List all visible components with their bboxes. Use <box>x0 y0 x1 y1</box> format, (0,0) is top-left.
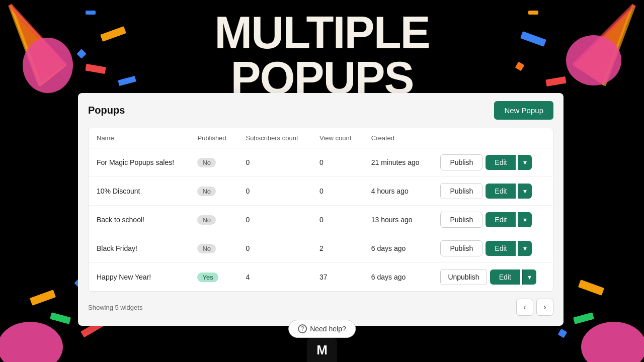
action-cell: Publish Edit▾ <box>440 154 545 170</box>
blob-bottom-right <box>564 272 644 362</box>
row-actions: Publish Edit▾ <box>432 206 553 234</box>
edit-dropdown-button[interactable]: ▾ <box>518 241 532 256</box>
row-actions: Publish Edit▾ <box>432 148 553 177</box>
edit-button[interactable]: Edit <box>486 184 516 199</box>
action-cell: Publish Edit▾ <box>440 183 545 199</box>
confetti-blue-2 <box>118 76 136 86</box>
next-page-button[interactable]: › <box>536 299 553 316</box>
row-views: 0 <box>311 148 363 177</box>
row-subscribers: 0 <box>237 177 311 206</box>
table-body: For Magic Popups sales! No 0 0 21 minute… <box>89 148 553 292</box>
publish-button[interactable]: Publish <box>440 154 482 170</box>
showing-text: Showing 5 widgets <box>88 304 142 311</box>
published-badge: No <box>197 158 216 167</box>
col-views: View count <box>311 128 363 148</box>
edit-button[interactable]: Edit <box>486 241 516 256</box>
confetti-blue-r1 <box>520 31 546 47</box>
table-row: For Magic Popups sales! No 0 0 21 minute… <box>89 148 553 177</box>
row-published: Yes <box>189 263 237 292</box>
row-actions: Publish Edit▾ <box>432 234 553 263</box>
new-popup-button[interactable]: New Popup <box>494 101 553 120</box>
published-badge: No <box>197 215 216 225</box>
confetti-orange-r1 <box>515 61 524 71</box>
panel-footer: Showing 5 widgets ‹ › <box>78 292 564 316</box>
edit-group: Edit▾ <box>486 212 532 227</box>
row-subscribers: 4 <box>237 263 311 292</box>
popups-panel: Popups New Popup Name Published Subscrib… <box>78 93 564 326</box>
row-created: 6 days ago <box>363 234 433 263</box>
table-row: Black Friday! No 0 2 6 days ago Publish … <box>89 234 553 263</box>
publish-button[interactable]: Publish <box>440 183 482 199</box>
edit-dropdown-button[interactable]: ▾ <box>518 155 532 170</box>
edit-group: Edit▾ <box>486 155 532 170</box>
action-cell: Publish Edit▾ <box>440 240 545 256</box>
panel-title: Popups <box>88 105 125 116</box>
row-published: No <box>189 234 237 263</box>
svg-rect-5 <box>528 11 538 15</box>
svg-rect-1 <box>100 26 126 42</box>
blob-bottom-left <box>0 272 80 362</box>
publish-button[interactable]: Publish <box>440 240 482 256</box>
published-badge: Yes <box>197 273 218 282</box>
edit-dropdown-button[interactable]: ▾ <box>518 184 532 199</box>
published-badge: No <box>197 244 216 253</box>
row-name: Back to school! <box>89 206 189 234</box>
m-logo: M <box>307 338 337 362</box>
col-name: Name <box>89 128 189 148</box>
prev-page-button[interactable]: ‹ <box>516 299 533 316</box>
row-created: 13 hours ago <box>363 206 433 234</box>
popups-table-wrap: Name Published Subscribers count View co… <box>88 128 553 292</box>
table-row: Back to school! No 0 0 13 hours ago Publ… <box>89 206 553 234</box>
publish-button[interactable]: Publish <box>440 212 482 228</box>
svg-rect-6 <box>520 31 546 47</box>
col-created: Created <box>363 128 433 148</box>
edit-group: Edit▾ <box>486 184 532 199</box>
row-created: 4 hours ago <box>363 177 433 206</box>
table-row: Happy New Year! Yes 4 37 6 days ago Unpu… <box>89 263 553 292</box>
pagination: ‹ › <box>516 299 553 316</box>
svg-point-26 <box>581 322 644 362</box>
edit-button[interactable]: Edit <box>486 155 516 170</box>
row-subscribers: 0 <box>237 234 311 263</box>
confetti-yellow-1 <box>100 26 126 42</box>
party-hat-right <box>543 0 644 101</box>
edit-group: Edit▾ <box>490 269 536 285</box>
row-name: Happy New Year! <box>89 263 189 292</box>
popups-table: Name Published Subscribers count View co… <box>89 128 553 291</box>
hero-title: MULTIPLE POPUPS <box>214 10 429 101</box>
table-header: Name Published Subscribers count View co… <box>89 128 553 148</box>
panel-header: Popups New Popup <box>78 93 564 128</box>
unpublish-button[interactable]: Unpublish <box>440 269 487 285</box>
need-help-section: ? Need help? <box>288 320 356 338</box>
row-published: No <box>189 206 237 234</box>
edit-dropdown-button[interactable]: ▾ <box>522 269 536 285</box>
published-badge: No <box>197 187 216 196</box>
edit-button[interactable]: Edit <box>490 269 520 285</box>
party-hat-left <box>0 0 91 101</box>
col-subscribers: Subscribers count <box>237 128 311 148</box>
row-views: 2 <box>311 234 363 263</box>
row-published: No <box>189 177 237 206</box>
row-actions: Publish Edit▾ <box>432 177 553 206</box>
row-published: No <box>189 148 237 177</box>
help-circle-icon: ? <box>298 324 307 333</box>
edit-button[interactable]: Edit <box>486 212 516 227</box>
row-subscribers: 0 <box>237 206 311 234</box>
svg-rect-8 <box>515 61 524 71</box>
row-subscribers: 0 <box>237 148 311 177</box>
row-views: 0 <box>311 206 363 234</box>
edit-group: Edit▾ <box>486 241 532 256</box>
svg-point-20 <box>23 38 73 93</box>
col-actions <box>432 128 553 148</box>
row-name: 10% Discount <box>89 177 189 206</box>
row-views: 37 <box>311 263 363 292</box>
svg-rect-3 <box>118 76 136 86</box>
action-cell: Publish Edit▾ <box>440 212 545 228</box>
table-row: 10% Discount No 0 0 4 hours ago Publish … <box>89 177 553 206</box>
col-published: Published <box>189 128 237 148</box>
need-help-button[interactable]: ? Need help? <box>288 320 356 338</box>
need-help-label: Need help? <box>310 325 346 333</box>
edit-dropdown-button[interactable]: ▾ <box>518 212 532 227</box>
svg-point-25 <box>0 322 63 362</box>
row-name: Black Friday! <box>89 234 189 263</box>
